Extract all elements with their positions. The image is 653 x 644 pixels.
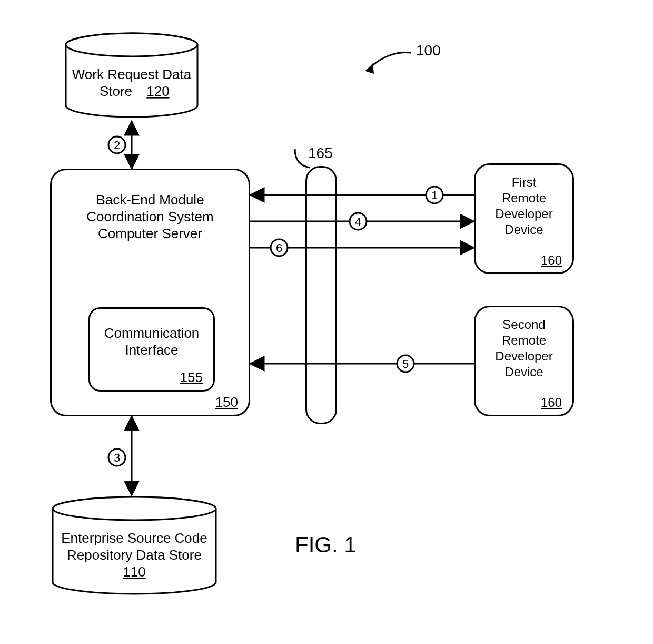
step-3-label: 3 (114, 451, 120, 464)
step-5-label: 5 (402, 357, 409, 370)
figure-label: FIG. 1 (295, 532, 357, 558)
step-6-label: 6 (276, 241, 282, 255)
step-4-label: 4 (355, 215, 361, 228)
step-2-label: 2 (114, 139, 120, 152)
step-1-label: 1 (431, 189, 438, 202)
diagram-canvas: 100 Work Request Data Store 120 Enterpri… (0, 0, 653, 644)
